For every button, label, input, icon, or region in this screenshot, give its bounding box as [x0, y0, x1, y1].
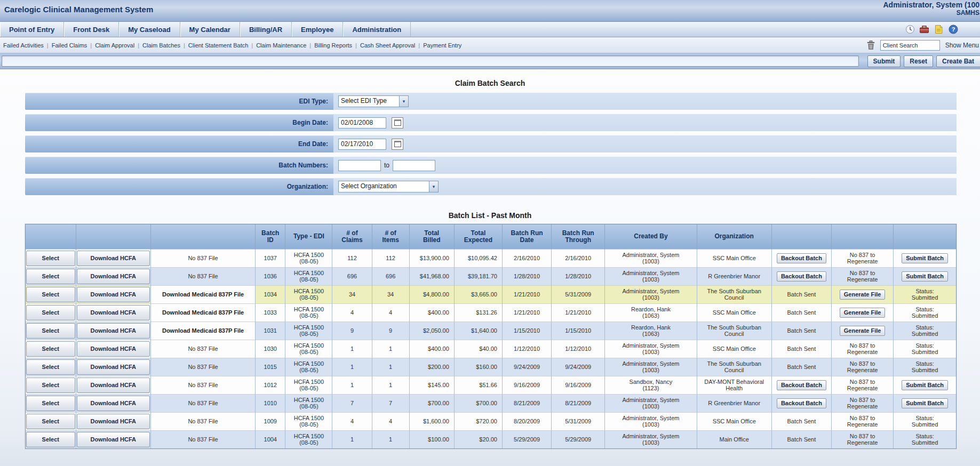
- claims-count-cell: 1: [332, 358, 372, 376]
- file-837-cell[interactable]: Download Medicaid 837P File: [153, 309, 253, 316]
- command-input-bar[interactable]: [2, 55, 859, 67]
- batch-status-action[interactable]: Backout Batch: [777, 271, 826, 282]
- download-hcfa-button[interactable]: Download HCFA: [77, 287, 150, 302]
- main-nav: Point of Entry Front Desk My Caseload My…: [0, 22, 980, 37]
- download-hcfa-button[interactable]: Download HCFA: [77, 377, 150, 393]
- subnav-client-statement-batch[interactable]: Client Statement Batch: [188, 42, 256, 49]
- submit-status-action[interactable]: Submit Batch: [902, 253, 948, 263]
- main-content: Claim Batch Search EDI Type: Select EDI …: [0, 69, 980, 466]
- batch-id-cell: 1015: [256, 358, 285, 376]
- subnav-claim-maintenance[interactable]: Claim Maintenance: [256, 42, 314, 49]
- submit-status-action[interactable]: Submit Batch: [902, 271, 948, 282]
- action-bar: Submit Reset Create Bat: [0, 53, 980, 69]
- user-info: Administrator, System (100 SAMHS: [883, 1, 979, 17]
- download-hcfa-button[interactable]: Download HCFA: [77, 251, 150, 266]
- create-batch-button[interactable]: Create Bat: [936, 55, 980, 67]
- edi-type-row: EDI Type: Select EDI Type ▼: [25, 93, 957, 110]
- batch-run-date-cell: 8/20/2009: [502, 412, 551, 430]
- table-row: Select Download HCFA No 837 File 1004 HC…: [26, 430, 956, 448]
- clock-icon[interactable]: [904, 24, 915, 34]
- select-button[interactable]: Select: [26, 359, 75, 375]
- total-billed-cell: $400.00: [409, 340, 454, 358]
- organization-cell: DAY-MONT Behavioral Health: [697, 376, 771, 394]
- download-hcfa-button[interactable]: Download HCFA: [77, 305, 150, 320]
- select-button[interactable]: Select: [26, 323, 75, 339]
- submit-status-action[interactable]: Submit Batch: [902, 398, 948, 408]
- subnav-failed-claims[interactable]: Failed Claims: [52, 42, 95, 49]
- show-menu-link[interactable]: Show Menu: [945, 42, 979, 49]
- nav-tab-billing-ar[interactable]: Billing/AR: [240, 22, 292, 37]
- select-button[interactable]: Select: [26, 396, 75, 411]
- svg-text:?: ?: [951, 26, 955, 33]
- submit-status-action: Status: Submitted: [895, 415, 954, 428]
- submit-status-action[interactable]: Submit Batch: [902, 380, 948, 390]
- trash-icon[interactable]: [867, 41, 875, 50]
- note-icon[interactable]: [933, 24, 944, 34]
- reset-button[interactable]: Reset: [904, 55, 933, 67]
- download-hcfa-button[interactable]: Download HCFA: [77, 414, 150, 429]
- file-generation-action: No 837 to Regenerate: [833, 252, 891, 264]
- select-button[interactable]: Select: [26, 251, 75, 266]
- items-count-cell: 1: [372, 430, 409, 448]
- end-date-row: End Date:: [25, 135, 957, 152]
- subnav-payment-entry[interactable]: Payment Entry: [423, 42, 461, 49]
- submit-button[interactable]: Submit: [867, 55, 901, 67]
- subnav-failed-activities[interactable]: Failed Activities: [3, 42, 52, 49]
- select-button[interactable]: Select: [26, 305, 75, 320]
- organization-select[interactable]: Select Organization ▼: [338, 181, 439, 192]
- download-hcfa-button[interactable]: Download HCFA: [77, 359, 150, 375]
- batch-run-date-cell: 1/28/2010: [502, 267, 551, 285]
- download-hcfa-button[interactable]: Download HCFA: [77, 432, 150, 447]
- total-billed-cell: $700.00: [409, 394, 454, 412]
- select-button[interactable]: Select: [26, 432, 75, 447]
- batch-number-to-input[interactable]: [393, 160, 435, 171]
- organization-cell: The South Suburban Council: [697, 358, 771, 376]
- client-search-input[interactable]: [880, 40, 940, 51]
- created-by-cell: Administrator, System (1003): [605, 267, 697, 285]
- column-header-total-billed: Total Billed: [409, 224, 454, 249]
- end-date-input[interactable]: [338, 139, 386, 150]
- download-hcfa-button[interactable]: Download HCFA: [77, 269, 150, 284]
- column-header-batch-run-date: Batch Run Date: [502, 224, 551, 249]
- nav-tab-my-caseload[interactable]: My Caseload: [119, 22, 180, 37]
- edi-type-select[interactable]: Select EDI Type ▼: [338, 95, 409, 107]
- subnav-billing-reports[interactable]: Billing Reports: [314, 42, 360, 49]
- help-icon[interactable]: ?: [947, 24, 959, 34]
- organization-cell: SSC Main Office: [697, 249, 771, 267]
- file-837-cell: No 837 File: [153, 418, 253, 424]
- select-button[interactable]: Select: [26, 377, 75, 393]
- file-generation-action[interactable]: Generate File: [840, 308, 886, 318]
- nav-tab-point-of-entry[interactable]: Point of Entry: [0, 22, 64, 37]
- batch-id-cell: 1030: [256, 340, 285, 358]
- select-button[interactable]: Select: [26, 269, 75, 284]
- subnav-claim-approval[interactable]: Claim Approval: [95, 42, 142, 49]
- batch-status-action[interactable]: Backout Batch: [777, 398, 826, 408]
- batch-run-through-cell: 5/31/2009: [552, 412, 605, 430]
- total-billed-cell: $200.00: [409, 358, 454, 376]
- select-button[interactable]: Select: [26, 414, 75, 429]
- batch-number-from-input[interactable]: [338, 160, 381, 171]
- nav-tab-my-calendar[interactable]: My Calendar: [180, 22, 240, 37]
- subnav-claim-batches[interactable]: Claim Batches: [142, 42, 188, 49]
- batch-status-action[interactable]: Backout Batch: [777, 380, 826, 390]
- batch-run-through-cell: 1/28/2010: [552, 267, 605, 285]
- download-hcfa-button[interactable]: Download HCFA: [77, 396, 150, 411]
- calendar-icon[interactable]: [392, 117, 403, 128]
- nav-tab-front-desk[interactable]: Front Desk: [64, 22, 119, 37]
- file-generation-action[interactable]: Generate File: [840, 290, 886, 300]
- download-hcfa-button[interactable]: Download HCFA: [77, 323, 150, 339]
- file-837-cell[interactable]: Download Medicaid 837P File: [153, 291, 253, 298]
- file-generation-action[interactable]: Generate File: [840, 326, 886, 336]
- nav-tab-employee[interactable]: Employee: [292, 22, 343, 37]
- calendar-icon[interactable]: [392, 139, 403, 150]
- file-837-cell[interactable]: Download Medicaid 837P File: [153, 327, 253, 334]
- select-button[interactable]: Select: [26, 341, 75, 357]
- subnav-cash-sheet-approval[interactable]: Cash Sheet Approval: [360, 42, 423, 49]
- download-hcfa-button[interactable]: Download HCFA: [77, 341, 150, 357]
- batch-status-action[interactable]: Backout Batch: [777, 253, 826, 263]
- briefcase-icon[interactable]: [919, 24, 930, 34]
- nav-tab-administration[interactable]: Administration: [343, 22, 411, 37]
- begin-date-input[interactable]: [338, 117, 386, 128]
- created-by-cell: Administrator, System (1003): [605, 340, 697, 358]
- select-button[interactable]: Select: [26, 287, 75, 302]
